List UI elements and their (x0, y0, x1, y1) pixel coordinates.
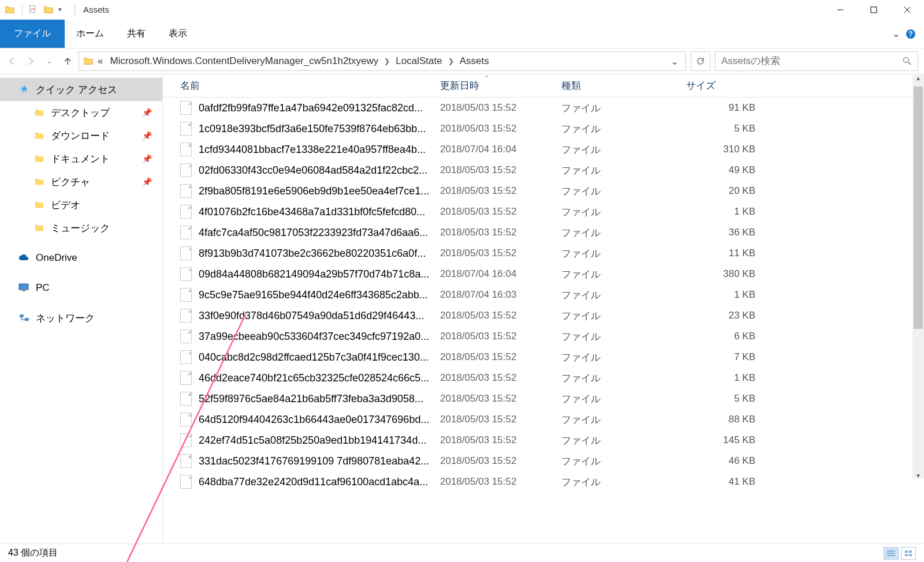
qat-customize-icon[interactable]: ▾ (58, 5, 69, 15)
file-row[interactable]: 1c0918e393bcf5df3a6e150fe7539f8764eb63bb… (163, 118, 924, 139)
nav-label: OneDrive (36, 252, 77, 264)
col-name[interactable]: 名前 (180, 79, 440, 92)
recent-dropdown[interactable]: ⌄ (43, 55, 55, 68)
file-row[interactable]: 242ef74d51c5a08f25b250a9ed1bb194141734d.… (163, 430, 924, 451)
file-row[interactable]: 8f913b9b3d741073be2c3662be80220351c6a0f.… (163, 243, 924, 264)
breadcrumb-part[interactable]: LocalState (392, 55, 445, 67)
file-row[interactable]: 331dac5023f4176769199109 7df980781eaba42… (163, 451, 924, 471)
maximize-button[interactable] (857, 0, 891, 20)
file-row[interactable]: 64d5120f94404263c1b66443ae0e017347696bd.… (163, 409, 924, 430)
details-view-button[interactable] (884, 547, 899, 560)
chevron-right-icon[interactable]: ❯ (446, 57, 456, 65)
nav-label: ドキュメント (51, 152, 110, 166)
folder-icon (5, 5, 15, 15)
file-area: ⌃ 名前 更新日時 種類 サイズ 0afdf2fb99fa97ffe1a47ba… (163, 74, 924, 544)
column-headers: 名前 更新日時 種類 サイズ (163, 74, 924, 98)
col-date[interactable]: 更新日時 (440, 79, 561, 92)
file-row[interactable]: 040cabc8d2c98d2ffcaed125b7c3a0f41f9cec13… (163, 347, 924, 368)
main-area: クイック アクセス デスクトップ📌 ダウンロード📌 ドキュメント📌 ピクチャ📌 … (0, 74, 924, 544)
thumbnails-view-button[interactable] (901, 547, 916, 560)
file-date: 2018/05/03 15:52 (440, 185, 561, 197)
file-icon (180, 143, 192, 156)
up-button[interactable] (61, 55, 74, 68)
qat-dropdown-icon[interactable] (43, 5, 54, 15)
nav-onedrive[interactable]: OneDrive (0, 246, 162, 269)
chevron-right-icon[interactable]: ❯ (382, 57, 392, 65)
forward-button[interactable] (24, 55, 37, 68)
folder-icon (33, 153, 45, 164)
qat-properties-icon[interactable] (28, 5, 39, 15)
search-icon[interactable] (903, 57, 912, 66)
file-icon (180, 392, 192, 406)
file-size: 46 KB (685, 455, 761, 467)
file-icon (180, 475, 192, 489)
file-name: 52f59f8976c5ae84a21b6ab5ff73feba3a3d9058… (199, 393, 440, 405)
nav-label: ピクチャ (51, 175, 90, 189)
file-type: ファイル (561, 164, 685, 177)
file-row[interactable]: 0afdf2fb99fa97ffe1a47ba6942e091325fac82c… (163, 98, 924, 118)
file-date: 2018/05/03 15:52 (440, 227, 561, 238)
file-row[interactable]: 09d84a44808b682149094a29b57f70d74b71c8a.… (163, 264, 924, 284)
file-row[interactable]: 4f01076b2fc16be43468a7a1d331bf0fc5fefcd8… (163, 201, 924, 222)
window-controls (824, 0, 924, 20)
file-row[interactable]: 02fd06330f43cc0e94e06084ad584a2d1f22cbc2… (163, 160, 924, 181)
nav-network[interactable]: ネットワーク (0, 306, 162, 329)
col-type[interactable]: 種類 (561, 79, 685, 92)
file-type: ファイル (561, 143, 685, 156)
nav-pc[interactable]: PC (0, 276, 162, 299)
star-icon (18, 84, 30, 95)
nav-label: デスクトップ (51, 106, 110, 119)
tab-share[interactable]: 共有 (116, 20, 157, 48)
scrollbar[interactable]: ▲ ▼ (912, 75, 924, 479)
file-icon (180, 433, 192, 447)
file-icon (180, 246, 192, 260)
file-row[interactable]: 33f0e90fd378d46b07549a90da51d6d29f46443.… (163, 305, 924, 326)
quick-access[interactable]: クイック アクセス (0, 78, 162, 101)
tab-file[interactable]: ファイル (0, 20, 65, 48)
file-row[interactable]: 52f59f8976c5ae84a21b6ab5ff73feba3a3d9058… (163, 388, 924, 409)
file-size: 36 KB (685, 227, 761, 238)
help-icon[interactable]: ? (906, 29, 916, 39)
tab-home[interactable]: ホーム (65, 20, 116, 48)
nav-desktop[interactable]: デスクトップ📌 (0, 101, 162, 124)
search-box[interactable] (715, 51, 918, 71)
file-type: ファイル (561, 268, 685, 281)
file-row[interactable]: 4fafc7ca4af50c9817053f2233923fd73a47d6aa… (163, 222, 924, 243)
file-size: 6 KB (685, 331, 761, 342)
back-button[interactable] (6, 55, 18, 68)
file-size: 41 KB (685, 476, 761, 488)
address-dropdown-icon[interactable]: ⌄ (667, 55, 682, 68)
svg-line-8 (908, 62, 911, 65)
nav-pictures[interactable]: ピクチャ📌 (0, 170, 162, 193)
close-button[interactable] (891, 0, 924, 20)
nav-label: ダウンロード (51, 129, 110, 143)
nav-documents[interactable]: ドキュメント📌 (0, 147, 162, 170)
ribbon-expand-icon[interactable]: ⌄ (892, 28, 900, 39)
refresh-button[interactable] (691, 51, 710, 71)
col-size[interactable]: サイズ (685, 79, 924, 92)
minimize-button[interactable] (824, 0, 857, 20)
file-size: 1 KB (685, 206, 761, 218)
svg-rect-19 (909, 554, 912, 556)
tab-view[interactable]: 表示 (157, 20, 199, 48)
file-row[interactable]: 37a99ecbeeab90c533604f37cec349cfc97192a0… (163, 326, 924, 347)
file-row[interactable]: 1cfd9344081bbacf7e1338e221e40a957ff8ea4b… (163, 139, 924, 160)
address-bar[interactable]: « Microsoft.Windows.ContentDeliveryManag… (79, 51, 686, 71)
nav-music[interactable]: ミュージック (0, 216, 162, 239)
file-row[interactable]: 46dd2eace740bf21c65cb32325cfe028524c66c5… (163, 368, 924, 388)
file-row[interactable]: 2f9ba805f8191e6e5906eb9d9b1ee50ea4ef7ce1… (163, 181, 924, 201)
breadcrumb-part[interactable]: Microsoft.Windows.ContentDeliveryManager… (106, 55, 382, 67)
file-date: 2018/05/03 15:52 (440, 310, 561, 321)
nav-videos[interactable]: ビデオ (0, 193, 162, 216)
scrollbar-thumb[interactable] (914, 87, 923, 329)
status-bar: 43 個の項目 (0, 544, 924, 562)
file-row[interactable]: 9c5c9e75ae9165be944f40d24e6ff343685c2abb… (163, 284, 924, 305)
search-input[interactable] (721, 55, 903, 67)
breadcrumb-part[interactable]: Assets (456, 55, 493, 67)
nav-downloads[interactable]: ダウンロード📌 (0, 124, 162, 147)
pin-icon: 📌 (142, 154, 152, 163)
file-type: ファイル (561, 413, 685, 426)
file-row[interactable]: 648dba77de32e2420d9d11caf96100acd1abc4a.… (163, 471, 924, 492)
file-date: 2018/05/03 15:52 (440, 164, 561, 176)
file-date: 2018/07/04 16:03 (440, 289, 561, 301)
